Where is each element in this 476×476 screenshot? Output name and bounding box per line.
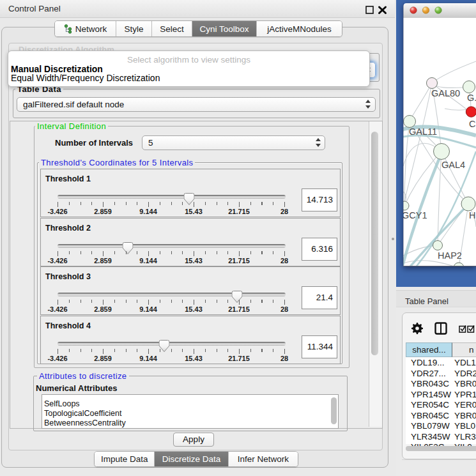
svg-text:GAL4: GAL4 <box>441 160 465 170</box>
svg-text:C: C <box>469 119 475 129</box>
svg-text:HAP2: HAP2 <box>438 250 462 261</box>
svg-text:GCY1: GCY1 <box>403 210 427 220</box>
svg-text:GAL11: GAL11 <box>409 127 437 137</box>
svg-text:GAL80: GAL80 <box>431 88 460 98</box>
svg-text:H: H <box>469 210 475 220</box>
svg-text:G.: G. <box>467 93 476 103</box>
